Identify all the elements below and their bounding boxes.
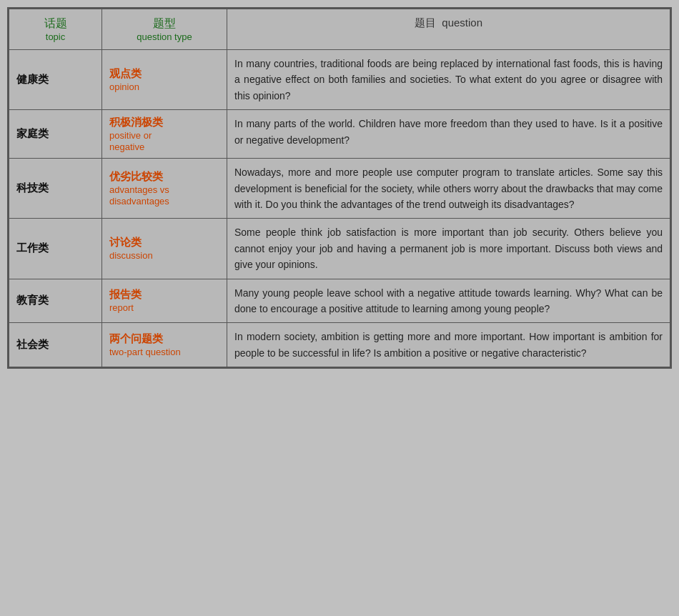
type-zh-3: 讨论类 [109, 236, 142, 248]
table-row: 工作类讨论类discussionSome people think job sa… [9, 219, 670, 279]
type-cell-2: 优劣比较类advantages vsdisadvantages [102, 159, 227, 219]
question-cell-2: Nowadays, more and more people use compu… [227, 159, 670, 219]
question-cell-4: Many young people leave school with a ne… [227, 279, 670, 323]
topic-zh-1: 家庭类 [16, 127, 49, 139]
question-cell-1: In many parts of the world. Children hav… [227, 110, 670, 159]
type-header-en: question type [108, 31, 221, 42]
topic-header-zh: 话题 [15, 16, 96, 31]
type-cell-0: 观点类opinion [102, 50, 227, 110]
topic-header: 话题 topic [9, 9, 102, 50]
question-cell-3: Some people think job satisfaction is mo… [227, 219, 670, 279]
type-en-5: two-part question [109, 347, 181, 357]
question-header: 题目 question [227, 9, 670, 50]
type-en-0: opinion [109, 81, 139, 92]
type-cell-5: 两个问题类two-part question [102, 323, 227, 367]
topic-cell-0: 健康类 [9, 50, 102, 110]
table-row: 科技类优劣比较类advantages vsdisadvantagesNowada… [9, 159, 670, 219]
header-row: 话题 topic 题型 question type 题目 question [9, 9, 670, 50]
topic-zh-4: 教育类 [16, 294, 49, 306]
question-cell-0: In many countries, traditional foods are… [227, 50, 670, 110]
table-row: 社会类两个问题类two-part questionIn modern socie… [9, 323, 670, 367]
type-cell-1: 积极消极类positive ornegative [102, 110, 227, 159]
topic-cell-1: 家庭类 [9, 110, 102, 159]
type-en-1: positive ornegative [109, 130, 152, 152]
topic-zh-0: 健康类 [16, 73, 49, 85]
topic-cell-2: 科技类 [9, 159, 102, 219]
topic-zh-2: 科技类 [16, 182, 49, 194]
type-cell-3: 讨论类discussion [102, 219, 227, 279]
type-en-2: advantages vsdisadvantages [109, 184, 169, 207]
topic-cell-4: 教育类 [9, 279, 102, 323]
type-en-4: report [109, 302, 134, 313]
table-row: 教育类报告类reportMany young people leave scho… [9, 279, 670, 323]
question-cell-5: In modern society, ambition is getting m… [227, 323, 670, 367]
type-zh-4: 报告类 [109, 288, 142, 300]
main-table-container: 话题 topic 题型 question type 题目 question 健康… [7, 7, 672, 369]
table-row: 家庭类积极消极类positive ornegativeIn many parts… [9, 110, 670, 159]
type-zh-0: 观点类 [109, 67, 142, 79]
question-header-en: question [442, 16, 482, 29]
topic-zh-3: 工作类 [16, 242, 49, 254]
type-zh-5: 两个问题类 [109, 332, 163, 344]
topic-cell-3: 工作类 [9, 219, 102, 279]
type-zh-2: 优劣比较类 [109, 170, 163, 182]
type-header-zh: 题型 [108, 16, 221, 31]
type-cell-4: 报告类report [102, 279, 227, 323]
ielts-table: 话题 topic 题型 question type 题目 question 健康… [9, 9, 670, 367]
type-en-3: discussion [109, 250, 153, 261]
type-header: 题型 question type [102, 9, 227, 50]
topic-header-en: topic [15, 31, 96, 42]
type-zh-1: 积极消极类 [109, 116, 163, 128]
table-body: 健康类观点类opinionIn many countries, traditio… [9, 50, 670, 367]
table-row: 健康类观点类opinionIn many countries, traditio… [9, 50, 670, 110]
question-header-zh: 题目 [415, 16, 436, 29]
topic-zh-5: 社会类 [16, 338, 49, 350]
topic-cell-5: 社会类 [9, 323, 102, 367]
